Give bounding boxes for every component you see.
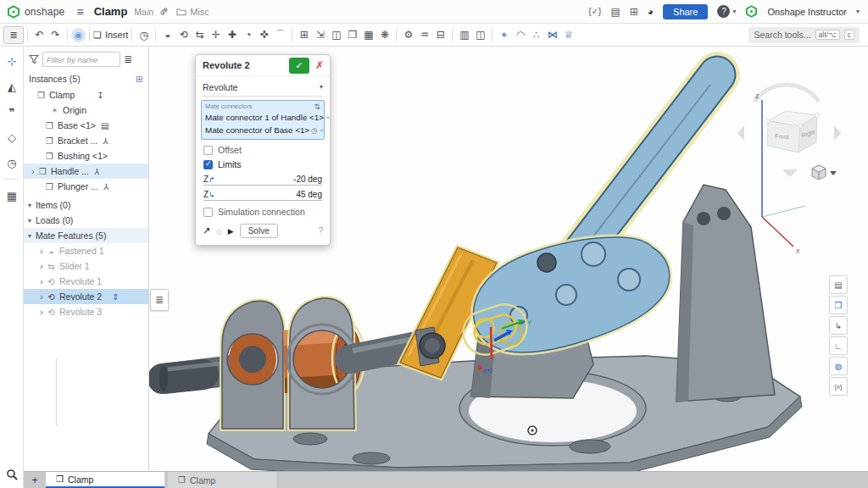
simulation-option[interactable]: Simulation connection: [196, 201, 330, 218]
limits-checkbox[interactable]: [203, 160, 213, 169]
explode-view-button[interactable]: ↳: [829, 316, 848, 335]
bom-table-button[interactable]: ▥: [456, 29, 472, 41]
tree-row-base[interactable]: ❒ Base <1> ▤: [24, 118, 148, 133]
animate-mate-icon[interactable]: ↗: [203, 225, 210, 236]
account-caret-icon[interactable]: ▾: [856, 8, 860, 15]
mate-type-select[interactable]: Revolute ▾: [203, 78, 323, 97]
mate-row-fastened-1[interactable]: › ◒ Fastened 1: [24, 243, 148, 258]
fastened-mate-button[interactable]: ◒: [159, 29, 175, 41]
insert-button[interactable]: ❏ Insert: [93, 30, 128, 41]
mate-row-revolute-2[interactable]: › ⟲ Revolute 2 ⇕: [24, 289, 148, 304]
help-caret-icon[interactable]: ▾: [732, 8, 736, 15]
cylindrical-mate-button[interactable]: ✚: [224, 29, 240, 41]
appearance-icon[interactable]: ∴: [528, 29, 544, 41]
mate-row-slider-1[interactable]: › ⇆ Slider 1: [24, 258, 148, 274]
explode-button[interactable]: ❋: [376, 29, 392, 41]
limits-option[interactable]: Limits: [196, 156, 330, 170]
folder-label[interactable]: Misc: [190, 7, 209, 17]
section-items[interactable]: ▾ Items (0): [24, 197, 148, 213]
filter-input[interactable]: [42, 52, 120, 67]
rack-relation-button[interactable]: ♒: [416, 29, 432, 41]
dialog-help-icon[interactable]: ?: [318, 226, 323, 236]
tree-row-clamp[interactable]: ❐ Clamp ↧: [24, 87, 148, 103]
section-loads[interactable]: ▾ Loads (0): [24, 213, 148, 228]
connector-item-1[interactable]: Mate connector 1 of Handle <1> ×: [205, 111, 320, 124]
tree-row-plunger[interactable]: ❒ Plunger ... ⅄: [24, 179, 148, 194]
redo-button[interactable]: ↷: [47, 29, 64, 41]
collapse-chevron-icon[interactable]: ▾: [24, 217, 36, 225]
versions-rail-icon[interactable]: ◇: [0, 126, 24, 148]
flip-connectors-icon[interactable]: ⇅: [314, 103, 320, 111]
tangent-mate-button[interactable]: ⌒: [272, 28, 288, 42]
mate-connectors-list[interactable]: Mate connectors ⇅ Mate connector 1 of Ha…: [201, 100, 325, 140]
branch-label[interactable]: Main: [134, 7, 153, 17]
transform-button[interactable]: ⇲: [312, 29, 328, 41]
mate-connector-rail-icon[interactable]: ⊹: [0, 50, 24, 72]
revolute-mate-button[interactable]: ⟲: [175, 29, 192, 41]
pattern-button[interactable]: ▦: [360, 29, 376, 41]
create-version-icon[interactable]: ⊞: [630, 6, 638, 18]
collapse-chevron-icon[interactable]: ▾: [24, 202, 36, 209]
comments-rail-icon[interactable]: ❞: [0, 101, 24, 123]
expand-chevron-icon[interactable]: ›: [29, 167, 37, 176]
limit-max-field[interactable]: Z ↳ 45 deg: [203, 190, 322, 201]
history-rail-icon[interactable]: ◷: [0, 152, 24, 174]
search-tools-box[interactable]: Search tools... alt/⌥ c: [748, 27, 860, 43]
undo-button[interactable]: ↶: [31, 29, 47, 41]
planar-mate-button[interactable]: ✛: [208, 29, 224, 41]
solve-button[interactable]: Solve: [240, 224, 278, 238]
sync-status-icon[interactable]: ◕: [648, 6, 654, 18]
cancel-button[interactable]: ✗: [309, 59, 330, 71]
tree-options-icon[interactable]: ≣: [124, 53, 132, 65]
tree-row-origin[interactable]: ✳ Origin: [24, 103, 148, 118]
expand-chevron-icon[interactable]: ›: [37, 277, 46, 286]
expand-chevron-icon[interactable]: ›: [37, 247, 46, 256]
limit-min-value[interactable]: -20 deg: [293, 175, 322, 184]
features-panel-toggle[interactable]: ≣: [3, 26, 24, 44]
gear-relation-button[interactable]: ⚙: [400, 29, 416, 41]
named-positions-button[interactable]: ◫: [328, 29, 344, 41]
variables-panel-button[interactable]: [x]: [829, 377, 848, 396]
mate-row-revolute-3[interactable]: › ⟲ Revolute 3: [24, 304, 148, 319]
tab-assembly-clamp[interactable]: ❐ Clamp: [46, 472, 164, 488]
expand-chevron-icon[interactable]: ›: [37, 292, 46, 302]
parts-visibility-button[interactable]: ❒: [829, 296, 848, 314]
new-tab-button[interactable]: +: [24, 472, 46, 488]
tree-row-handle[interactable]: › ❒ Handle ... ⅄: [24, 164, 148, 179]
mate-list-flyout-button[interactable]: ≣: [150, 289, 169, 311]
display-states-icon[interactable]: ♕: [560, 29, 576, 41]
tab-partstudio-clamp[interactable]: ❒ Clamp: [168, 472, 276, 488]
add-folder-icon[interactable]: ⊞: [136, 74, 143, 85]
remove-connector-icon[interactable]: ×: [326, 114, 330, 122]
limit-max-value[interactable]: 45 deg: [296, 190, 322, 199]
feature-script-icon[interactable]: {✓}: [588, 7, 601, 16]
limit-min-field[interactable]: Z ↱ -20 deg: [203, 175, 322, 186]
screw-relation-button[interactable]: ⊟: [432, 29, 448, 41]
play-animation-icon[interactable]: ▶: [228, 227, 234, 236]
help-button[interactable]: ?: [717, 5, 730, 18]
remove-connector-icon[interactable]: ×: [320, 126, 324, 135]
viewport-search-icon[interactable]: [0, 469, 24, 485]
interference-icon[interactable]: ⋈: [544, 29, 560, 41]
accept-button[interactable]: ✓: [289, 58, 309, 74]
section-mate-features[interactable]: ▾ Mate Features (5): [24, 228, 148, 243]
tree-row-bracket[interactable]: ❒ Bracket ... ⅄: [24, 133, 148, 148]
bom-panel-button[interactable]: ▤: [829, 275, 848, 294]
filter-funnel-icon[interactable]: [29, 54, 39, 64]
link-icon[interactable]: [159, 7, 169, 16]
section-view-button[interactable]: ∟: [829, 336, 848, 355]
tables-rail-icon[interactable]: ▦: [0, 185, 24, 207]
collapse-chevron-icon[interactable]: ▾: [24, 232, 36, 240]
snap-mode-button[interactable]: ⊞: [296, 29, 312, 41]
document-list-icon[interactable]: ▤: [610, 6, 620, 18]
follow-mode-icon[interactable]: ◉: [71, 28, 86, 42]
tree-row-bushing[interactable]: ❒ Bushing <1>: [24, 148, 148, 164]
account-menu[interactable]: Onshape Instructor: [767, 7, 847, 17]
document-menu-icon[interactable]: ≡: [76, 5, 83, 19]
slider-mate-button[interactable]: ⇆: [192, 29, 208, 41]
onshape-logo-icon[interactable]: [7, 5, 20, 19]
measure-button[interactable]: ◫: [472, 29, 488, 41]
appearance-panel-button[interactable]: ◍: [829, 357, 848, 375]
offset-option[interactable]: Offset: [196, 141, 330, 156]
document-title[interactable]: Clamp: [94, 5, 128, 18]
